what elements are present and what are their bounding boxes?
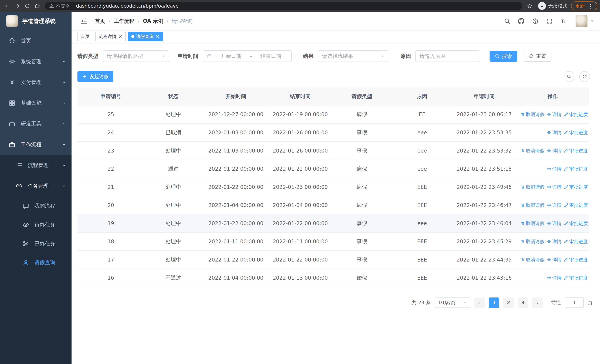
next-page-button[interactable] — [532, 298, 543, 308]
edit-icon — [564, 221, 568, 225]
reason-input[interactable]: 请输入原因 — [415, 50, 480, 62]
progress-action-link[interactable]: 审批进度 — [564, 166, 588, 172]
action-label: 详情 — [552, 130, 562, 136]
page-button-1[interactable]: 1 — [489, 298, 499, 308]
progress-action-link[interactable]: 审批进度 — [564, 275, 588, 281]
progress-action-link[interactable]: 审批进度 — [564, 220, 588, 226]
sidebar-item-process-mgmt[interactable]: 流程管理 — [0, 155, 72, 176]
refresh-table-button[interactable] — [579, 71, 590, 82]
sidebar-item-task-mgmt[interactable]: 任务管理 — [0, 176, 72, 196]
cell-id: 19 — [77, 214, 144, 233]
detail-action-link[interactable]: 详情 — [547, 111, 562, 118]
browser-back-button[interactable] — [3, 1, 12, 10]
breadcrumb-item-home[interactable]: 首页 — [95, 18, 105, 25]
browser-reload-button[interactable] — [23, 1, 32, 10]
sidebar-item-label: 首页 — [21, 37, 31, 44]
cell-id: 20 — [77, 196, 144, 214]
column-header-reason: 原因 — [393, 87, 452, 105]
tab-process-detail[interactable]: 流程详情 × — [95, 32, 126, 41]
progress-action-link[interactable]: 审批进度 — [564, 130, 588, 136]
sidebar-item-my-process[interactable]: 我的流程 — [0, 196, 72, 215]
trash-icon — [521, 239, 525, 243]
browser-forward-button[interactable] — [13, 1, 22, 10]
goto-page-input[interactable]: 1 — [565, 298, 584, 308]
sidebar-item-payment[interactable]: 支付管理 — [0, 72, 72, 93]
page-size-select[interactable]: 10条/页 — [435, 298, 470, 308]
sidebar-item-infrastructure[interactable]: 基础设施 — [0, 93, 72, 113]
tab-leave-query[interactable]: 请假查询 × — [128, 32, 163, 41]
table-row: 23处理中2022-01-03 00:00:002022-01-26 00:00… — [77, 142, 589, 160]
address-bar[interactable]: 不安全 dashboard.yudao.iocoder.cn/bpm/oa/le… — [45, 2, 522, 10]
detail-action-link[interactable]: 详情 — [547, 130, 562, 136]
result-select[interactable]: 请选择流结果 — [318, 50, 388, 62]
detail-action-link[interactable]: 详情 — [547, 257, 562, 263]
detail-action-link[interactable]: 详情 — [547, 148, 562, 154]
detail-action-link[interactable]: 详情 — [547, 166, 562, 172]
apply-time-range-picker[interactable]: 开始日期 - 结束日期 — [203, 50, 292, 62]
security-warning[interactable]: 不安全 — [49, 3, 70, 9]
cancel-action-link[interactable]: 取消请假 — [521, 111, 544, 118]
detail-action-link[interactable]: 详情 — [547, 184, 562, 190]
leave-type-select[interactable]: 请选择请假类型 — [103, 50, 169, 62]
cancel-action-link[interactable]: 取消请假 — [521, 184, 544, 190]
bookmark-star-button[interactable] — [525, 1, 534, 10]
search-submit-button[interactable]: 搜索 — [489, 51, 517, 62]
tab-home[interactable]: 首页 — [77, 32, 93, 41]
close-icon[interactable]: × — [118, 34, 122, 39]
sidebar-item-leave-query[interactable]: 请假查询 — [0, 253, 72, 272]
fullscreen-button[interactable] — [546, 18, 553, 24]
cell-ops: 取消请假详情审批进度 — [517, 214, 589, 233]
close-icon[interactable]: × — [156, 34, 160, 39]
incognito-icon — [538, 2, 546, 10]
incognito-label: 无痕模式 — [548, 3, 567, 9]
chat-icon — [22, 203, 30, 209]
detail-action-link[interactable]: 详情 — [547, 220, 562, 226]
cancel-action-link[interactable]: 取消请假 — [521, 220, 544, 226]
cancel-action-link[interactable]: 取消请假 — [521, 257, 544, 263]
sidebar-item-home[interactable]: 首页 — [0, 30, 72, 51]
table-toolbar: 发起请假 — [77, 71, 593, 82]
user-menu[interactable] — [576, 15, 594, 27]
progress-action-link[interactable]: 审批进度 — [564, 148, 588, 154]
action-label: 详情 — [552, 202, 562, 208]
github-link[interactable] — [518, 18, 525, 24]
progress-action-link[interactable]: 审批进度 — [564, 111, 588, 118]
sidebar-item-workflow[interactable]: 工作流程 — [0, 134, 72, 155]
breadcrumb-item-oa-example[interactable]: OA 示例 — [143, 18, 163, 25]
font-size-button[interactable] — [560, 18, 567, 24]
detail-action-link[interactable]: 详情 — [547, 239, 562, 245]
browser-home-button[interactable] — [33, 1, 42, 10]
sidebar-toggle-button[interactable] — [77, 18, 90, 25]
column-header-ops: 操作 — [517, 87, 589, 105]
cancel-action-link[interactable]: 取消请假 — [521, 239, 544, 245]
detail-action-link[interactable]: 详情 — [547, 202, 562, 208]
prev-page-button[interactable] — [474, 298, 485, 308]
cancel-action-link[interactable]: 取消请假 — [521, 148, 544, 154]
browser-menu-icon[interactable]: ⋮ — [588, 3, 593, 9]
progress-action-link[interactable]: 审批进度 — [564, 239, 588, 245]
edit-icon — [564, 276, 568, 280]
table-header-row: 申请编号状态开始时间结束时间请假类型原因申请时间操作 — [77, 87, 589, 105]
create-leave-button[interactable]: 发起请假 — [77, 71, 113, 82]
toggle-search-button[interactable] — [564, 71, 574, 82]
detail-action-link[interactable]: 详情 — [547, 275, 562, 281]
cancel-action-link[interactable]: 取消请假 — [521, 202, 544, 208]
eye-icon — [547, 276, 551, 280]
progress-action-link[interactable]: 审批进度 — [564, 184, 588, 190]
search-button[interactable] — [504, 18, 510, 24]
app-logo[interactable]: 芋道管理系统 — [0, 12, 72, 30]
page-button-3[interactable]: 3 — [518, 298, 528, 308]
edit-icon — [564, 112, 568, 116]
breadcrumb-item-workflow[interactable]: 工作流程 — [113, 18, 134, 25]
update-button[interactable]: 更新 ⋮ — [571, 1, 597, 10]
sidebar-item-dev-tools[interactable]: 研发工具 — [0, 113, 72, 134]
help-button[interactable] — [532, 18, 538, 24]
progress-action-link[interactable]: 审批进度 — [564, 202, 588, 208]
sidebar-item-todo-tasks[interactable]: 待办任务 — [0, 215, 72, 234]
progress-action-link[interactable]: 审批进度 — [564, 257, 588, 263]
sidebar-item-system[interactable]: 系统管理 — [0, 51, 72, 72]
back-arrow-icon — [4, 3, 10, 9]
reset-button[interactable]: 重置 — [524, 51, 552, 62]
sidebar-item-done-tasks[interactable]: 已办任务 — [0, 234, 72, 253]
page-button-2[interactable]: 2 — [503, 298, 514, 308]
